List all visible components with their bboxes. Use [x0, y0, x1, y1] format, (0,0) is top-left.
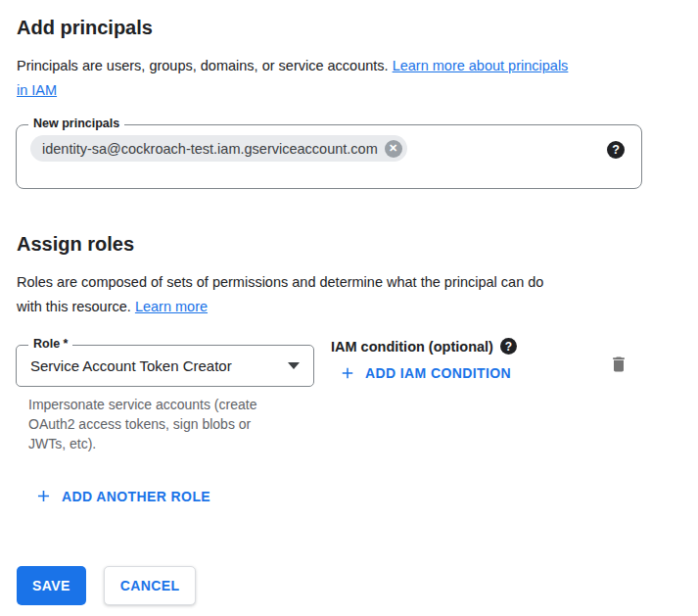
assign-roles-title: Assign roles — [17, 232, 698, 256]
trash-icon — [609, 355, 628, 374]
cancel-button[interactable]: CANCEL — [104, 566, 197, 605]
roles-description: Roles are composed of sets of permission… — [17, 270, 668, 319]
learn-more-roles-link[interactable]: Learn more — [135, 299, 208, 314]
role-column: Role * Service Account Token Creator Imp… — [16, 345, 314, 453]
dropdown-arrow-icon — [288, 362, 300, 369]
principal-chip-row: identity-sa@cockroach-test.iam.gservicea… — [17, 125, 641, 171]
iam-condition-help-icon[interactable]: ? — [500, 338, 517, 355]
plus-icon — [34, 487, 53, 505]
role-select[interactable]: Role * Service Account Token Creator — [16, 345, 314, 387]
action-buttons: SAVE CANCEL — [17, 566, 698, 605]
principals-description: Principals are users, groups, domains, o… — [17, 54, 668, 103]
principals-help-icon[interactable]: ? — [607, 141, 625, 159]
role-helper-text: Impersonate service accounts (create OAu… — [28, 395, 314, 453]
principal-chip-value: identity-sa@cockroach-test.iam.gservicea… — [42, 141, 378, 157]
role-row: Role * Service Account Token Creator Imp… — [16, 345, 698, 453]
page-title: Add principals — [17, 16, 698, 39]
plus-icon — [339, 364, 356, 382]
save-button[interactable]: SAVE — [17, 566, 86, 605]
principals-description-text: Principals are users, groups, domains, o… — [17, 58, 389, 73]
principal-chip[interactable]: identity-sa@cockroach-test.iam.gservicea… — [30, 135, 407, 162]
iam-condition-label: IAM condition (optional) — [331, 339, 493, 355]
new-principals-label: New principals — [28, 117, 124, 130]
iam-condition-column: IAM condition (optional) ? ADD IAM CONDI… — [331, 345, 517, 386]
role-label: Role * — [28, 337, 72, 351]
add-another-role-button[interactable]: ADD ANOTHER ROLE — [34, 487, 210, 505]
role-selected-value: Service Account Token Creator — [30, 357, 232, 374]
new-principals-field[interactable]: New principals identity-sa@cockroach-tes… — [16, 124, 642, 189]
iam-condition-header: IAM condition (optional) ? — [331, 338, 517, 355]
add-iam-condition-button[interactable]: ADD IAM CONDITION — [339, 364, 511, 382]
delete-role-button[interactable] — [607, 353, 630, 376]
chip-remove-icon[interactable]: ✕ — [385, 140, 402, 158]
